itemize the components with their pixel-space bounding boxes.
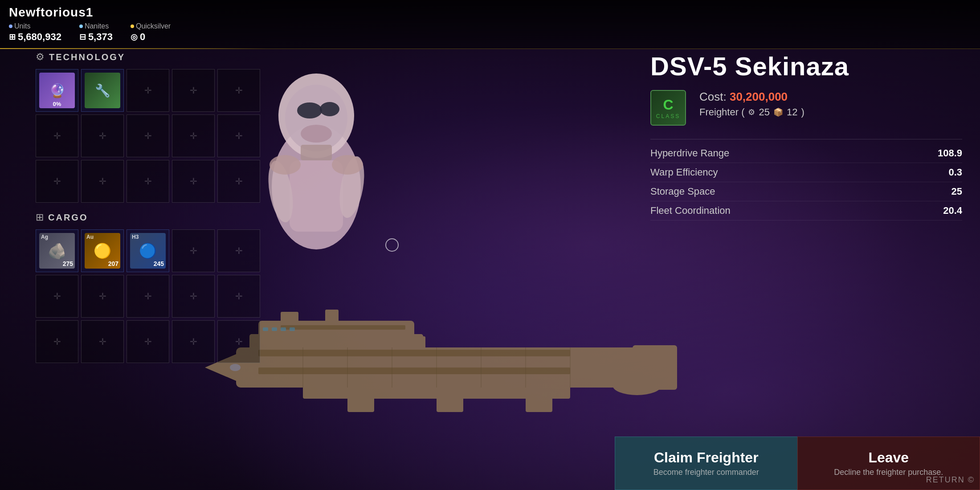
cargo-slot-ag[interactable]: Ag 🪨 275 <box>36 229 78 272</box>
cargo-slot-11[interactable]: ✛ <box>36 320 78 363</box>
class-word: CLASS <box>656 113 680 119</box>
tech-slot-icon: ⚙ <box>748 107 755 117</box>
units-value: ⊞ 5,680,932 <box>9 31 61 43</box>
stat-storage: Storage Space 25 <box>650 182 962 201</box>
stat-warp-value: 0.3 <box>948 167 962 178</box>
left-panel: ⚙ TECHNOLOGY 🔮 0% 🔧 ✛ ✛ <box>36 51 267 372</box>
bottom-buttons: Claim Freighter Become freighter command… <box>615 437 980 490</box>
quicksilver-currency: Quicksilver ◎ 0 <box>131 22 171 43</box>
technology-icon: ⚙ <box>36 51 45 63</box>
tech-slot-9[interactable]: ✛ <box>172 114 215 157</box>
quicksilver-value: ◎ 0 <box>131 31 145 43</box>
cargo-slot-13[interactable]: ✛ <box>127 320 169 363</box>
cargo-title: CARGO <box>48 212 88 223</box>
claim-sub-text: Become freighter commander <box>653 468 759 477</box>
technology-title: TECHNOLOGY <box>49 52 125 62</box>
cargo-slot-4[interactable]: ✛ <box>172 229 215 272</box>
tech-slot-2[interactable]: 🔧 <box>81 69 124 112</box>
ship-cost-info: Cost: 30,200,000 Freighter ( ⚙ 25 📦 12 ) <box>699 90 962 118</box>
cargo-grid: Ag 🪨 275 Au 🟡 207 H3 🔵 245 ✛ <box>36 229 267 363</box>
tech-slot-3[interactable]: ✛ <box>127 69 169 112</box>
svg-rect-21 <box>281 327 286 331</box>
svg-rect-17 <box>258 368 570 374</box>
tech-grid: 🔮 0% 🔧 ✛ ✛ ✛ ✛ <box>36 69 267 203</box>
svg-rect-10 <box>437 385 463 412</box>
ship-cost: Cost: 30,200,000 <box>699 90 962 104</box>
stat-fleet: Fleet Coordination 20.4 <box>650 201 962 220</box>
stat-hyperdrive-name: Hyperdrive Range <box>650 147 729 159</box>
svg-point-8 <box>612 376 662 395</box>
tech-slot-14[interactable]: ✛ <box>172 160 215 203</box>
stats-table: Hyperdrive Range 108.9 Warp Efficiency 0… <box>650 139 962 220</box>
svg-rect-11 <box>526 385 552 412</box>
units-label: Units <box>9 22 30 30</box>
svg-rect-9 <box>347 385 374 412</box>
cargo-slot-6[interactable]: ✛ <box>36 275 78 318</box>
return-button[interactable]: RETURN © <box>926 475 975 485</box>
tech-slot-7[interactable]: ✛ <box>81 114 124 157</box>
cargo-slot-15[interactable]: ✛ <box>217 320 260 363</box>
svg-rect-40 <box>301 145 332 160</box>
cargo-slot-12[interactable]: ✛ <box>81 320 124 363</box>
svg-rect-2 <box>249 334 423 352</box>
stat-fleet-value: 20.4 <box>943 205 962 216</box>
top-bar: Newftorious1 Units ⊞ 5,680,932 Nanites <box>0 0 980 49</box>
tech-slot-10[interactable]: ✛ <box>217 114 260 157</box>
player-name: Newftorious1 <box>9 5 171 20</box>
quicksilver-label: Quicksilver <box>131 22 171 30</box>
quicksilver-dot <box>131 24 134 28</box>
svg-rect-22 <box>290 327 295 331</box>
tech-slot-12[interactable]: ✛ <box>81 160 124 203</box>
svg-point-35 <box>320 102 339 116</box>
cargo-slot-14[interactable]: ✛ <box>172 320 215 363</box>
units-currency: Units ⊞ 5,680,932 <box>9 22 61 43</box>
stat-fleet-name: Fleet Coordination <box>650 205 731 216</box>
svg-point-42 <box>332 155 363 175</box>
svg-rect-16 <box>258 350 570 356</box>
class-badge: C CLASS <box>650 90 686 126</box>
cargo-slot-icon: 📦 <box>773 107 783 117</box>
svg-rect-18 <box>281 325 405 330</box>
cargo-slot-9[interactable]: ✛ <box>172 275 215 318</box>
claim-main-text: Claim Freighter <box>654 449 759 466</box>
units-icon: ⊞ <box>9 32 16 42</box>
tech-slot-6[interactable]: ✛ <box>36 114 78 157</box>
class-letter: C <box>663 97 673 113</box>
tech-slot-5[interactable]: ✛ <box>217 69 260 112</box>
cargo-slot-7[interactable]: ✛ <box>81 275 124 318</box>
stat-hyperdrive: Hyperdrive Range 108.9 <box>650 144 962 163</box>
tech-slot-8[interactable]: ✛ <box>127 114 169 157</box>
tech-slot-11[interactable]: ✛ <box>36 160 78 203</box>
ship-info-row: C CLASS Cost: 30,200,000 Freighter ( ⚙ 2… <box>650 90 962 126</box>
tech-slot-13[interactable]: ✛ <box>127 160 169 203</box>
cargo-slot-10[interactable]: ✛ <box>217 275 260 318</box>
quicksilver-icon: ◎ <box>131 32 138 42</box>
leave-main-text: Leave <box>868 449 909 466</box>
svg-rect-20 <box>272 327 277 331</box>
cargo-slot-h3[interactable]: H3 🔵 245 <box>127 229 169 272</box>
cargo-slot-5[interactable]: ✛ <box>217 229 260 272</box>
stat-storage-value: 25 <box>951 186 962 197</box>
nanites-icon: ⊟ <box>79 32 86 42</box>
cargo-slot-8[interactable]: ✛ <box>127 275 169 318</box>
crosshair <box>385 238 399 252</box>
nanites-currency: Nanites ⊟ 5,373 <box>79 22 113 43</box>
ship-name: DSV-5 Sekinaza <box>650 51 962 81</box>
svg-rect-37 <box>290 160 343 232</box>
cargo-slot-au[interactable]: Au 🟡 207 <box>81 229 124 272</box>
stat-hyperdrive-value: 108.9 <box>938 147 962 159</box>
tech-slot-4[interactable]: ✛ <box>172 69 215 112</box>
nanites-dot <box>79 24 83 28</box>
claim-freighter-button[interactable]: Claim Freighter Become freighter command… <box>615 437 797 490</box>
gold-accent-line <box>0 48 267 49</box>
ship-slots: Freighter ( ⚙ 25 📦 12 ) <box>699 106 962 118</box>
cargo-icon: ⊞ <box>36 212 44 223</box>
stat-warp: Warp Efficiency 0.3 <box>650 163 962 182</box>
svg-point-34 <box>297 102 322 118</box>
tech-slot-1[interactable]: 🔮 0% <box>36 69 78 112</box>
svg-point-41 <box>270 155 301 175</box>
svg-point-36 <box>301 125 332 143</box>
stat-warp-name: Warp Efficiency <box>650 167 718 178</box>
units-dot <box>9 24 12 28</box>
tech-slot-15[interactable]: ✛ <box>217 160 260 203</box>
